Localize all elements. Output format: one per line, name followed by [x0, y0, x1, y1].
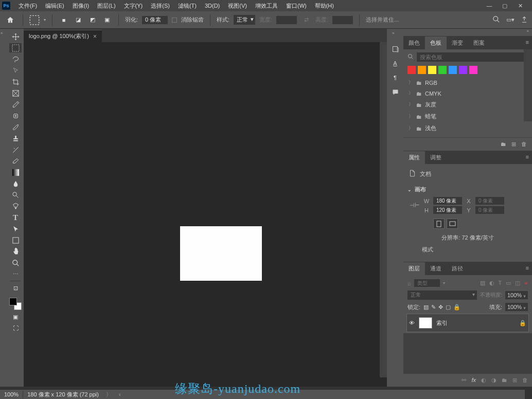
document-tab[interactable]: logo.png @ 100%(索引) × [24, 30, 102, 42]
home-button[interactable] [4, 14, 16, 26]
panel-menu-icon[interactable]: ≡ [526, 39, 529, 45]
link-layers-icon[interactable]: ⚯ [462, 377, 466, 384]
filter-adjust-icon[interactable]: ◐ [489, 280, 494, 286]
swatch-folder-cmyk[interactable]: 〉🖿CMYK [407, 88, 528, 99]
layer-kind-filter[interactable] [414, 279, 440, 287]
selection-intersect-icon[interactable]: ▣ [102, 15, 112, 25]
shape-tool[interactable] [9, 235, 22, 245]
document-canvas[interactable] [180, 226, 262, 281]
zoom-tool[interactable] [9, 258, 22, 267]
recent-swatch[interactable] [438, 66, 447, 74]
tab-patterns[interactable]: 图案 [468, 37, 490, 49]
new-layer-icon[interactable]: ⊞ [512, 377, 517, 384]
select-mask-button[interactable]: 选择并遮住... [366, 16, 399, 24]
brush-tool[interactable] [9, 122, 22, 132]
share-icon[interactable] [521, 16, 528, 24]
lock-indicator-icon[interactable]: 🔒 [519, 320, 526, 327]
recent-swatch[interactable] [407, 66, 416, 74]
swatch-folder-pencil[interactable]: 〉🖿蜡笔 [407, 111, 528, 122]
blend-mode-select[interactable]: 正常 [407, 291, 477, 300]
tab-gradients[interactable]: 渐变 [447, 37, 468, 49]
paragraph-panel-icon[interactable]: ¶ [389, 73, 401, 82]
character-panel-icon[interactable]: A [389, 59, 401, 68]
stamp-tool[interactable] [9, 134, 22, 143]
lock-all-icon[interactable]: 🔒 [453, 304, 460, 311]
path-select-tool[interactable] [9, 224, 22, 233]
menu-edit[interactable]: 编辑(E) [41, 1, 68, 11]
tab-layers[interactable]: 图层 [403, 262, 425, 275]
lasso-tool[interactable] [9, 55, 22, 64]
menu-3d[interactable]: 3D(D) [201, 2, 224, 10]
lock-pixels-icon[interactable]: ✎ [431, 304, 436, 311]
feather-input[interactable] [142, 16, 168, 24]
opacity-input[interactable]: 100% ∨ [505, 291, 528, 299]
adjustment-layer-icon[interactable]: ◑ [491, 377, 496, 384]
delete-swatch-icon[interactable]: 🗑 [521, 141, 527, 148]
menu-filter[interactable]: 滤镜(T) [174, 1, 201, 11]
healing-tool[interactable] [9, 111, 22, 120]
filter-shape-icon[interactable]: ▭ [506, 280, 511, 286]
eyedropper-tool[interactable] [9, 100, 22, 109]
lock-artboard-icon[interactable]: ▢ [446, 304, 451, 311]
marquee-tool-indicator[interactable] [29, 15, 40, 25]
history-brush-tool[interactable] [9, 145, 22, 154]
tab-paths[interactable]: 路径 [447, 262, 468, 275]
canvas-viewport[interactable] [24, 42, 387, 387]
selection-subtract-icon[interactable]: ◩ [87, 15, 98, 25]
recent-swatch[interactable] [449, 66, 457, 74]
menu-view[interactable]: 视图(V) [224, 1, 251, 11]
panel-menu-icon[interactable]: ≡ [526, 154, 529, 160]
layer-thumbnail[interactable] [419, 317, 432, 329]
more-tools[interactable]: ⋯ [9, 269, 22, 279]
move-tool[interactable] [9, 32, 22, 41]
delete-layer-icon[interactable]: 🗑 [522, 377, 528, 384]
status-chevron-icon[interactable]: 〉 [103, 391, 115, 398]
menu-plugins[interactable]: 增效工具 [251, 1, 282, 11]
filter-type-icon[interactable]: T [499, 280, 502, 286]
selection-add-icon[interactable]: ◪ [73, 15, 83, 25]
link-dims-icon[interactable]: ⊣⊢ [410, 202, 420, 209]
search-icon[interactable] [492, 15, 500, 24]
tab-close-icon[interactable]: × [93, 33, 97, 40]
expand-strip-icon[interactable]: » [392, 31, 398, 37]
filter-pixel-icon[interactable]: ▨ [480, 280, 485, 286]
collapse-tools-icon[interactable]: » [1, 31, 7, 37]
new-group-icon[interactable]: 🖿 [501, 141, 506, 148]
menu-file[interactable]: 文件(F) [14, 1, 41, 11]
landscape-button[interactable] [447, 219, 458, 229]
type-tool[interactable]: T [9, 213, 22, 222]
lock-transparent-icon[interactable]: ▨ [423, 304, 429, 311]
vertical-scrollbar[interactable] [380, 42, 387, 377]
tab-properties[interactable]: 属性 [403, 151, 425, 164]
marquee-tool[interactable] [9, 43, 22, 52]
recent-swatch[interactable] [418, 66, 426, 74]
recent-swatch[interactable] [459, 66, 467, 74]
screen-mode[interactable]: ⛶ [9, 323, 22, 333]
blur-tool[interactable] [9, 179, 22, 188]
layer-row[interactable]: 👁 索引 🔒 [406, 314, 529, 332]
scroll-left-icon[interactable]: ‹ [119, 391, 121, 397]
eraser-tool[interactable] [9, 156, 22, 166]
new-swatch-icon[interactable]: ⊞ [511, 141, 516, 148]
pen-tool[interactable] [9, 202, 22, 211]
swatch-folder-light[interactable]: 〉🖿浅色 [407, 122, 528, 134]
width-field[interactable] [433, 197, 462, 205]
history-panel-icon[interactable] [389, 44, 401, 53]
filter-toggle-icon[interactable]: ● [524, 280, 528, 286]
tab-color[interactable]: 颜色 [403, 37, 425, 49]
swatch-folder-gray[interactable]: 〉🖿灰度 [407, 99, 528, 111]
canvas-section-header[interactable]: ⌄ 画布 [407, 184, 528, 195]
swatches-scrollbar[interactable] [524, 49, 532, 121]
menu-type[interactable]: 文字(Y) [120, 1, 147, 11]
dodge-tool[interactable] [9, 190, 22, 199]
zoom-level[interactable]: 100% [0, 391, 23, 397]
minimize-button[interactable]: — [486, 3, 493, 9]
menu-help[interactable]: 帮助(H) [311, 1, 338, 11]
menu-image[interactable]: 图像(I) [68, 1, 93, 11]
tab-swatches[interactable]: 色板 [425, 37, 447, 49]
portrait-button[interactable] [433, 219, 445, 229]
tab-adjustments[interactable]: 调整 [425, 151, 447, 164]
fill-input[interactable]: 100% ∨ [505, 303, 528, 311]
collapse-panels-icon[interactable]: » [527, 29, 529, 36]
menu-layer[interactable]: 图层(L) [93, 1, 119, 11]
